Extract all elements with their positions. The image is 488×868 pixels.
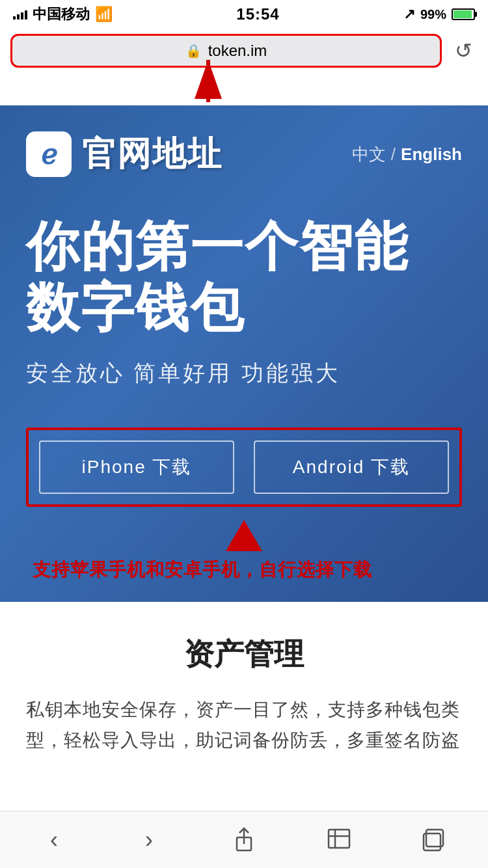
asset-section-title: 资产管理 [26, 634, 462, 675]
lang-english-button[interactable]: English [401, 144, 462, 165]
carrier-label: 中国移动 [33, 5, 90, 24]
battery-icon [452, 8, 475, 20]
url-arrow-icon [176, 53, 254, 105]
download-buttons-container: iPhone 下载 Android 下载 [26, 427, 462, 507]
battery-percent: 99% [420, 7, 446, 22]
location-icon: ↗ [403, 6, 415, 23]
lang-divider: / [391, 144, 396, 165]
lang-chinese-button[interactable]: 中文 [352, 143, 386, 166]
logo-section: ℯ 官网地址 [26, 131, 223, 177]
iphone-download-button[interactable]: iPhone 下载 [39, 441, 234, 494]
wifi-icon: 📶 [95, 6, 113, 23]
status-left: 中国移动 📶 [13, 5, 113, 24]
svg-rect-3 [329, 830, 349, 848]
main-section: ℯ 官网地址 中文 / English 你的第一个智能数字钱包 安全放心 简单好… [0, 105, 488, 602]
share-button[interactable] [218, 821, 270, 860]
language-switcher[interactable]: 中文 / English [352, 143, 462, 166]
site-header: ℯ 官网地址 中文 / English [26, 131, 462, 177]
download-section: iPhone 下载 Android 下载 [26, 427, 462, 507]
hero-subtitle: 安全放心 简单好用 功能强大 [26, 359, 462, 388]
forward-icon: › [145, 826, 153, 854]
hero-title: 你的第一个智能数字钱包 [26, 216, 462, 339]
bottom-nav: ‹ › [0, 811, 488, 868]
tabs-button[interactable] [408, 821, 460, 860]
download-arrow [26, 520, 462, 551]
site-name: 官网地址 [82, 131, 223, 177]
android-download-button[interactable]: Android 下载 [254, 441, 449, 494]
bookmarks-icon [327, 827, 351, 853]
annotation-arrow-up-icon [226, 520, 262, 551]
tabs-icon [422, 828, 446, 852]
status-bar: 中国移动 📶 15:54 ↗ 99% [0, 0, 488, 29]
bookmarks-button[interactable] [313, 821, 365, 860]
logo-icon: ℯ [26, 131, 72, 177]
asset-section-body: 私钥本地安全保存，资产一目了然，支持多种钱包类型，轻松导入导出，助记词备份防丢，… [26, 694, 462, 756]
refresh-button[interactable]: ↺ [450, 36, 478, 66]
time-display: 15:54 [236, 5, 279, 23]
status-right: ↗ 99% [403, 6, 475, 23]
forward-button[interactable]: › [123, 821, 175, 860]
back-icon: ‹ [50, 826, 58, 854]
signal-icon [13, 9, 27, 20]
arrow-up-section [0, 73, 488, 105]
annotation-text: 支持苹果手机和安卓手机，自行选择下载 [26, 558, 462, 582]
back-button[interactable]: ‹ [28, 821, 80, 860]
asset-section: 资产管理 私钥本地安全保存，资产一目了然，支持多种钱包类型，轻松导入导出，助记词… [0, 602, 488, 782]
share-icon [233, 827, 255, 853]
